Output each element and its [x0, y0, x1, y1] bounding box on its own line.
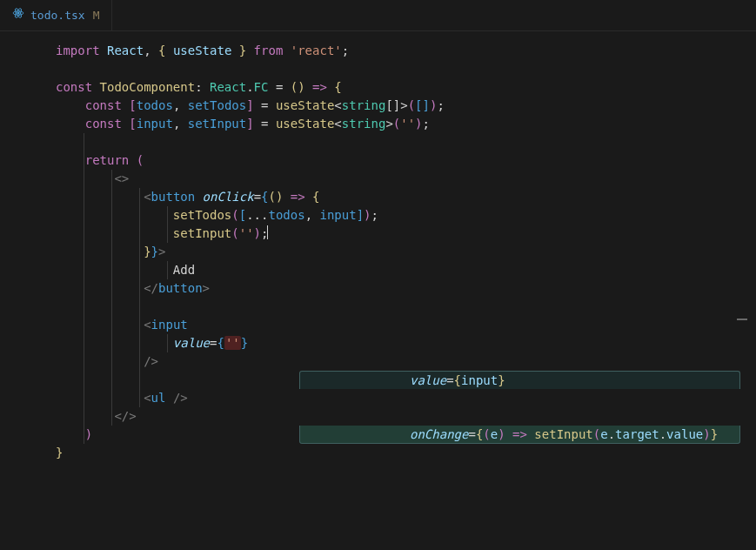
- minimap-indicator: [737, 319, 747, 320]
- text-cursor: [267, 225, 268, 239]
- code-line: const TodoComponent: React.FC = () => {: [0, 78, 756, 97]
- react-icon: [12, 6, 24, 24]
- code-line: />: [0, 352, 756, 371]
- code-line: <ul />: [0, 389, 756, 407]
- code-line: <>: [0, 170, 756, 188]
- code-line: import React, { useState } from 'react';: [0, 42, 756, 60]
- svg-point-0: [17, 12, 19, 14]
- code-line: value={''} value={input} onChange={(e) =…: [0, 334, 756, 352]
- code-line: </>: [0, 407, 756, 426]
- code-line: ): [0, 426, 756, 444]
- code-line: Add: [0, 261, 756, 279]
- modified-indicator: M: [91, 6, 100, 24]
- code-line: [0, 133, 756, 151]
- editor-tab[interactable]: todo.tsx M: [0, 0, 112, 30]
- code-editor[interactable]: import React, { useState } from 'react';…: [0, 31, 756, 473]
- tab-filename: todo.tsx: [30, 6, 85, 24]
- code-line: [0, 60, 756, 78]
- code-line: return (: [0, 151, 756, 170]
- code-line: setInput('');: [0, 225, 756, 243]
- code-line: <input: [0, 316, 756, 334]
- code-line: const [input, setInput] = useState<strin…: [0, 115, 756, 133]
- code-line: <button onClick={() => {: [0, 188, 756, 206]
- code-line: [0, 298, 756, 316]
- code-line: setTodos([...todos, input]);: [0, 206, 756, 225]
- code-line: }}>: [0, 243, 756, 261]
- code-line: [0, 371, 756, 389]
- code-line: const [todos, setTodos] = useState<strin…: [0, 97, 756, 115]
- diff-removed: '': [224, 336, 241, 350]
- code-line: }: [0, 444, 756, 462]
- tab-bar: todo.tsx M: [0, 0, 756, 31]
- code-line: </button>: [0, 279, 756, 298]
